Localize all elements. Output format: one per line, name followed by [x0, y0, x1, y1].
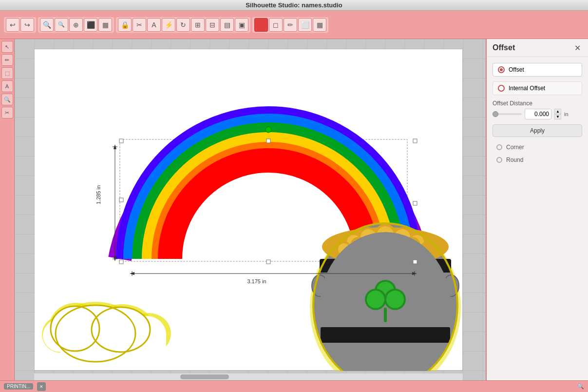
- zoom-out-button[interactable]: 🔍: [55, 18, 68, 32]
- svg-rect-0: [113, 118, 415, 269]
- svg-rect-56: [266, 139, 270, 143]
- left-tool-4[interactable]: A: [1, 80, 13, 92]
- svg-point-31: [350, 237, 367, 254]
- toolbar-history-group: ↩ ↪: [4, 17, 36, 33]
- svg-point-37: [312, 275, 327, 296]
- undo-button[interactable]: ↩: [6, 18, 19, 32]
- line-button[interactable]: ◻: [269, 18, 283, 32]
- apply-button[interactable]: Apply: [493, 124, 582, 137]
- zoom-in-button[interactable]: 🔍: [40, 18, 54, 32]
- subtract-button[interactable]: ⊟: [206, 18, 219, 32]
- panel-body: Offset Internal Offset Offset Distance ▲: [487, 57, 588, 171]
- title-bar: Silhouette Studio: names.studio: [0, 0, 588, 11]
- svg-point-38: [443, 275, 459, 296]
- canvas-area[interactable]: 1.285 in 3.175 in: [15, 39, 486, 380]
- grid-button[interactable]: ▦: [98, 18, 112, 32]
- pen-button[interactable]: ✏: [284, 18, 297, 32]
- artwork-svg: 1.285 in 3.175 in: [35, 49, 463, 371]
- offset-value-input[interactable]: [525, 109, 551, 119]
- left-tool-3[interactable]: ⬚: [1, 67, 13, 79]
- svg-point-21: [359, 227, 378, 247]
- svg-point-8: [51, 306, 99, 351]
- zoom-select-button[interactable]: ⬛: [84, 18, 97, 32]
- svg-point-13: [56, 305, 135, 362]
- svg-point-11: [43, 319, 78, 352]
- grid2-button[interactable]: ▤: [220, 18, 234, 32]
- offset-radio-label: Offset: [509, 66, 524, 73]
- corner-section: Corner Round: [493, 142, 582, 165]
- svg-rect-58: [119, 198, 123, 202]
- panel-close-button[interactable]: ✕: [572, 43, 582, 53]
- svg-rect-1: [120, 139, 407, 261]
- left-tool-5[interactable]: 🔍: [1, 94, 13, 105]
- svg-point-15: [92, 307, 150, 352]
- page-area: 1.285 in 3.175 in: [34, 49, 463, 371]
- svg-point-45: [365, 289, 386, 310]
- svg-point-24: [377, 226, 394, 243]
- lightning-button[interactable]: ⚡: [162, 18, 175, 32]
- svg-point-35: [419, 242, 434, 256]
- svg-point-60: [266, 127, 271, 133]
- expand-button[interactable]: ⬜: [298, 18, 312, 32]
- svg-rect-54: [119, 260, 123, 264]
- text-button[interactable]: A: [147, 18, 161, 32]
- round-radio[interactable]: [496, 157, 502, 163]
- svg-point-25: [393, 227, 412, 247]
- left-tool-6[interactable]: ✂: [1, 107, 13, 118]
- printing-label: PRINTIN...: [7, 384, 30, 389]
- svg-point-9: [92, 307, 150, 352]
- spin-down-button[interactable]: ▼: [554, 114, 561, 119]
- svg-point-16: [310, 222, 461, 371]
- svg-point-3: [49, 303, 103, 352]
- svg-point-33: [387, 235, 403, 252]
- svg-marker-65: [114, 256, 116, 261]
- offset-slider-thumb[interactable]: [493, 111, 498, 117]
- svg-point-4: [91, 304, 154, 353]
- lock-button[interactable]: 🔒: [118, 18, 132, 32]
- rotate-button[interactable]: ↻: [176, 18, 190, 32]
- svg-point-32: [369, 235, 387, 252]
- printing-badge: PRINTIN...: [4, 383, 33, 390]
- svg-rect-12: [60, 334, 166, 359]
- svg-point-23: [375, 224, 396, 245]
- svg-rect-59: [413, 201, 417, 205]
- svg-point-39: [320, 232, 451, 371]
- cut-button[interactable]: ✂: [133, 18, 146, 32]
- offset-slider-track[interactable]: [493, 113, 522, 115]
- svg-point-34: [404, 237, 420, 254]
- left-tool-1[interactable]: ↖: [1, 41, 13, 53]
- internal-offset-radio-option[interactable]: Internal Offset: [493, 81, 582, 95]
- zoom-fit-button[interactable]: ⊕: [69, 18, 83, 32]
- unit-label: in: [564, 111, 569, 117]
- internal-offset-radio-circle: [498, 85, 505, 92]
- svg-point-20: [347, 235, 360, 249]
- corner-radio[interactable]: [496, 144, 502, 150]
- svg-point-28: [410, 235, 424, 249]
- left-tool-2[interactable]: ✏: [1, 54, 13, 66]
- svg-point-22: [360, 229, 376, 245]
- printing-close-button[interactable]: ✕: [37, 382, 46, 391]
- svg-point-51: [313, 223, 457, 371]
- spin-up-button[interactable]: ▲: [554, 109, 561, 114]
- app-title: Silhouette Studio: names.studio: [246, 1, 342, 9]
- svg-text:1.285 in: 1.285 in: [95, 185, 101, 204]
- corner-row[interactable]: Corner: [493, 142, 582, 153]
- redo-button[interactable]: ↪: [20, 18, 34, 32]
- fill-color-button[interactable]: [254, 18, 268, 32]
- svg-rect-55: [413, 260, 417, 264]
- dots-button[interactable]: ▦: [313, 18, 326, 32]
- round-row[interactable]: Round: [493, 155, 582, 165]
- offset-radio-option[interactable]: Offset: [493, 63, 582, 77]
- svg-rect-47: [384, 308, 387, 322]
- svg-marker-69: [130, 272, 134, 275]
- toolbar-view-group: ◻ ✏ ⬜ ▦: [252, 17, 328, 33]
- corner-label: Corner: [506, 144, 524, 151]
- svg-point-41: [375, 280, 396, 301]
- horizontal-scrollbar[interactable]: [34, 373, 463, 380]
- svg-rect-53: [413, 139, 417, 143]
- scrollbar-thumb[interactable]: [180, 374, 229, 379]
- pattern-button[interactable]: ▣: [235, 18, 248, 32]
- svg-point-42: [377, 282, 394, 299]
- align-button[interactable]: ⊞: [191, 18, 205, 32]
- svg-point-44: [386, 291, 404, 308]
